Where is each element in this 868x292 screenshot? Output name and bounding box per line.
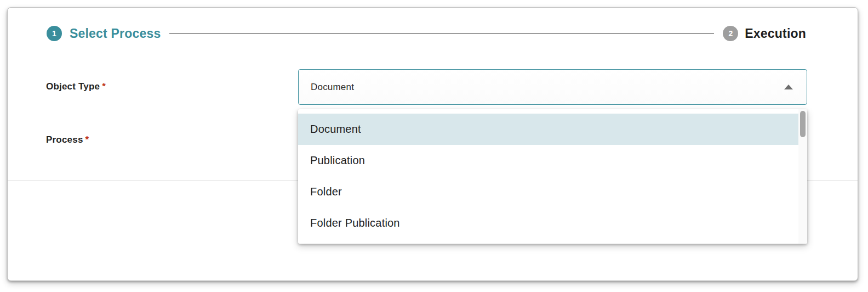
wizard-card: 1 Select Process 2 Execution Object Type… bbox=[7, 7, 858, 281]
dropdown-option-folder[interactable]: Folder bbox=[298, 176, 807, 207]
step-1-label: Select Process bbox=[70, 26, 161, 41]
stepper: 1 Select Process 2 Execution bbox=[47, 26, 806, 41]
chevron-up-icon[interactable] bbox=[784, 85, 793, 89]
process-label-text: Process bbox=[46, 134, 83, 145]
dropdown-option-document[interactable]: Document bbox=[298, 114, 807, 145]
object-type-dropdown-menu: Document Publication Folder Folder Publi… bbox=[298, 109, 807, 244]
dropdown-option-publication[interactable]: Publication bbox=[298, 145, 807, 176]
object-type-required-asterisk: * bbox=[102, 81, 106, 92]
dropdown-scrollbar-thumb[interactable] bbox=[800, 111, 806, 137]
dropdown-option-folder-publication[interactable]: Folder Publication bbox=[298, 207, 807, 239]
step-2-circle[interactable]: 2 bbox=[723, 26, 738, 41]
object-type-label: Object Type* bbox=[46, 81, 106, 92]
object-type-select[interactable]: Document bbox=[298, 69, 807, 105]
process-label: Process* bbox=[46, 134, 89, 145]
object-type-label-text: Object Type bbox=[46, 81, 100, 92]
object-type-selected-value: Document bbox=[311, 82, 354, 93]
step-2-label: Execution bbox=[745, 26, 806, 41]
process-required-asterisk: * bbox=[85, 134, 89, 145]
step-connector-line bbox=[169, 33, 714, 34]
step-1-circle[interactable]: 1 bbox=[47, 26, 62, 41]
